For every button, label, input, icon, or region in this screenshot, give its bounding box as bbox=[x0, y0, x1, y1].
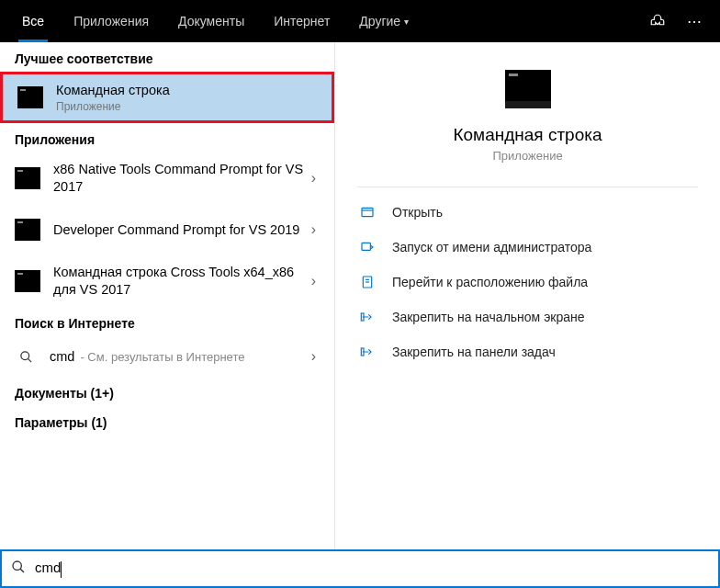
app-result[interactable]: Командная строка Cross Tools x64_x86 для… bbox=[0, 255, 334, 307]
preview-subtitle: Приложение bbox=[492, 149, 562, 163]
action-label: Перейти к расположению файла bbox=[392, 275, 588, 289]
action-label: Закрепить на панели задач bbox=[392, 345, 556, 359]
section-settings[interactable]: Параметры (1) bbox=[0, 406, 334, 435]
svg-line-1 bbox=[28, 358, 31, 362]
divider bbox=[357, 187, 698, 187]
open-icon bbox=[357, 204, 377, 220]
web-query: cmd bbox=[50, 349, 74, 364]
cmd-icon bbox=[15, 270, 40, 292]
chevron-down-icon: ▾ bbox=[404, 17, 409, 27]
tab-all[interactable]: Все bbox=[7, 0, 59, 42]
svg-rect-2 bbox=[362, 208, 373, 216]
web-hint: - См. результаты в Интернете bbox=[80, 350, 244, 364]
filter-tabs: Все Приложения Документы Интернет Другие… bbox=[0, 0, 720, 42]
action-label: Запуск от имени администратора bbox=[392, 240, 591, 254]
section-documents[interactable]: Документы (1+) bbox=[0, 377, 334, 406]
main-content: Лучшее соответствие Командная строка При… bbox=[0, 42, 720, 549]
tab-other[interactable]: Другие▾ bbox=[344, 0, 423, 42]
search-input[interactable]: cmd bbox=[35, 560, 62, 577]
action-label: Открыть bbox=[392, 205, 443, 220]
web-result[interactable]: cmd - См. результаты в Интернете › bbox=[0, 336, 334, 377]
cmd-large-icon bbox=[505, 70, 551, 108]
app-result[interactable]: Developer Command Prompt for VS 2019 › bbox=[0, 204, 334, 255]
action-label: Закрепить на начальном экране bbox=[392, 310, 585, 324]
results-panel: Лучшее соответствие Командная строка При… bbox=[0, 42, 334, 549]
result-title: Командная строка bbox=[56, 82, 317, 99]
pin-taskbar-icon bbox=[357, 344, 377, 360]
folder-icon bbox=[357, 274, 377, 290]
action-list: Открыть Запуск от имени администратора П… bbox=[357, 195, 698, 369]
result-title: x86 Native Tools Command Prompt for VS 2… bbox=[53, 161, 308, 196]
best-match-result[interactable]: Командная строка Приложение bbox=[0, 72, 334, 123]
cmd-icon bbox=[17, 86, 43, 108]
chevron-right-icon[interactable]: › bbox=[308, 348, 320, 365]
svg-rect-3 bbox=[362, 243, 370, 250]
chevron-right-icon[interactable]: › bbox=[308, 273, 320, 289]
result-title: Командная строка Cross Tools x64_x86 для… bbox=[53, 264, 308, 299]
tab-internet[interactable]: Интернет bbox=[259, 0, 344, 42]
search-icon bbox=[15, 350, 37, 364]
action-pin-start[interactable]: Закрепить на начальном экране bbox=[357, 300, 698, 334]
section-applications: Приложения bbox=[0, 123, 334, 153]
result-subtitle: Приложение bbox=[56, 100, 317, 113]
preview-panel: Командная строка Приложение Открыть Запу… bbox=[334, 42, 720, 549]
chevron-right-icon[interactable]: › bbox=[308, 170, 320, 187]
action-run-admin[interactable]: Запуск от имени администратора bbox=[357, 230, 698, 265]
search-icon bbox=[11, 560, 26, 578]
svg-point-9 bbox=[13, 561, 21, 570]
cmd-icon bbox=[15, 167, 40, 189]
preview-title: Командная строка bbox=[453, 125, 602, 145]
result-title: Developer Command Prompt for VS 2019 bbox=[53, 221, 308, 239]
svg-line-10 bbox=[20, 569, 24, 572]
search-bar[interactable]: cmd bbox=[0, 549, 720, 588]
chevron-right-icon[interactable]: › bbox=[308, 221, 320, 238]
feedback-icon[interactable] bbox=[639, 13, 676, 29]
action-pin-taskbar[interactable]: Закрепить на панели задач bbox=[357, 334, 698, 369]
action-open[interactable]: Открыть bbox=[357, 195, 698, 230]
tab-documents[interactable]: Документы bbox=[163, 0, 259, 42]
cmd-icon bbox=[15, 219, 40, 241]
tab-apps[interactable]: Приложения bbox=[59, 0, 163, 42]
section-best-match: Лучшее соответствие bbox=[0, 42, 334, 72]
pin-start-icon bbox=[357, 309, 377, 325]
app-result[interactable]: x86 Native Tools Command Prompt for VS 2… bbox=[0, 153, 334, 204]
svg-point-0 bbox=[20, 351, 28, 359]
section-web-search: Поиск в Интернете bbox=[0, 307, 334, 336]
more-icon[interactable]: ⋯ bbox=[676, 13, 713, 30]
action-open-location[interactable]: Перейти к расположению файла bbox=[357, 265, 698, 300]
admin-icon bbox=[357, 239, 377, 255]
